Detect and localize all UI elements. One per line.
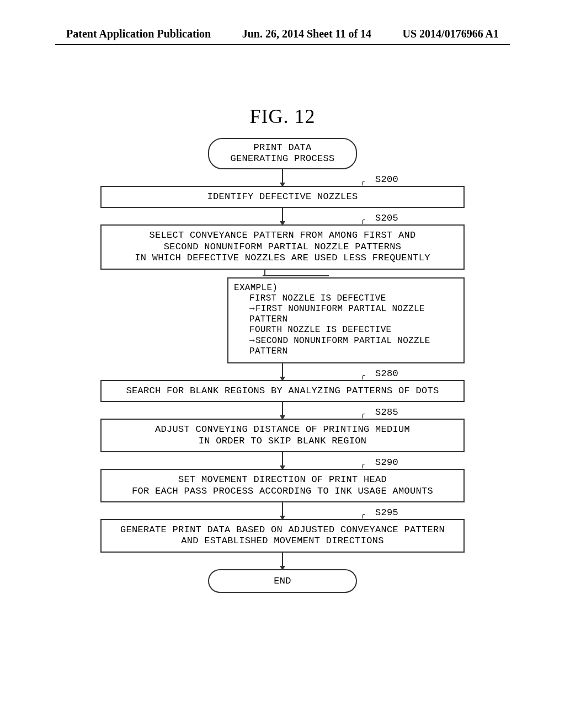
process-s295: GENERATE PRINT DATA BASED ON ADJUSTED CO… xyxy=(100,519,465,553)
step-ref-s295: S295 xyxy=(375,507,398,518)
terminator-start: PRINT DATAGENERATING PROCESS xyxy=(208,138,357,169)
arrow-row-s200: ╭ S200 xyxy=(100,169,465,186)
process-s200: IDENTIFY DEFECTIVE NOZZLES xyxy=(100,186,465,208)
ref-tick-icon: ╭ xyxy=(361,510,365,519)
arrow-down-icon xyxy=(282,553,283,569)
arrow-row-s295: ╭ S295 xyxy=(100,502,465,519)
process-s205: SELECT CONVEYANCE PATTERN FROM AMONG FIR… xyxy=(100,224,465,269)
callout-line-arrow: SECOND NONUNIFORM PARTIAL NOZZLE xyxy=(234,336,458,346)
callout-line: FOURTH NOZZLE IS DEFECTIVE xyxy=(234,325,458,335)
arrow-row-s285: ╭ S285 xyxy=(100,402,465,419)
process-s285: ADJUST CONVEYING DISTANCE OF PRINTING ME… xyxy=(100,419,465,452)
terminator-start-text: PRINT DATAGENERATING PROCESS xyxy=(230,142,334,164)
header-left: Patent Application Publication xyxy=(66,28,211,40)
ref-tick-icon: ╭ xyxy=(361,371,365,380)
ref-tick-icon: ╭ xyxy=(361,177,365,186)
process-text: SELECT CONVEYANCE PATTERN FROM AMONG FIR… xyxy=(135,230,430,263)
arrow-row-s290: ╭ S290 xyxy=(100,452,465,469)
header-rule xyxy=(55,44,510,45)
callout-text: SECOND NONUNIFORM PARTIAL NOZZLE xyxy=(255,336,430,346)
process-s280: SEARCH FOR BLANK REGIONS BY ANALYZING PA… xyxy=(100,380,465,402)
arrow-row-end xyxy=(100,553,465,569)
step-ref-s205: S205 xyxy=(375,213,398,223)
arrow-down-icon xyxy=(282,169,283,186)
arrow-down-icon xyxy=(282,452,283,469)
header-right: US 2014/0176966 A1 xyxy=(403,28,499,40)
figure-label: FIG. 12 xyxy=(0,105,565,128)
callout-line-arrow: FIRST NONUNIFORM PARTIAL NOZZLE xyxy=(234,304,458,314)
page-header: Patent Application Publication Jun. 26, … xyxy=(0,28,565,45)
step-ref-s280: S280 xyxy=(375,368,398,379)
terminator-end: END xyxy=(208,569,357,593)
arrow-row-s280: ╭ S280 xyxy=(100,363,465,380)
example-callout: EXAMPLE) FIRST NOZZLE IS DEFECTIVE FIRST… xyxy=(227,277,465,363)
ref-tick-icon: ╭ xyxy=(361,410,365,419)
arrow-down-icon xyxy=(282,363,283,380)
callout-text: FIRST NONUNIFORM PARTIAL NOZZLE xyxy=(255,304,425,314)
process-text: SEARCH FOR BLANK REGIONS BY ANALYZING PA… xyxy=(126,386,439,396)
callout-line: FIRST NOZZLE IS DEFECTIVE xyxy=(234,293,458,304)
step-ref-s290: S290 xyxy=(375,457,398,468)
leader-line-icon xyxy=(263,275,329,276)
callout-leader xyxy=(100,270,465,277)
arrow-down-icon xyxy=(282,402,283,419)
ref-tick-icon: ╭ xyxy=(361,216,365,224)
process-text: GENERATE PRINT DATA BASED ON ADJUSTED CO… xyxy=(120,524,445,546)
step-ref-s285: S285 xyxy=(375,407,398,417)
process-text: SET MOVEMENT DIRECTION OF PRINT HEADFOR … xyxy=(132,474,433,496)
callout-title: EXAMPLE) xyxy=(234,283,458,293)
ref-tick-icon: ╭ xyxy=(361,460,365,469)
arrow-row-s205: ╭ S205 xyxy=(100,208,465,224)
process-s290: SET MOVEMENT DIRECTION OF PRINT HEADFOR … xyxy=(100,469,465,502)
callout-line: PATTERN xyxy=(234,346,458,357)
process-text: ADJUST CONVEYING DISTANCE OF PRINTING ME… xyxy=(155,424,410,446)
flowchart: PRINT DATAGENERATING PROCESS ╭ S200 IDEN… xyxy=(100,138,465,593)
header-center: Jun. 26, 2014 Sheet 11 of 14 xyxy=(242,28,371,40)
terminator-end-text: END xyxy=(274,576,291,586)
step-ref-s200: S200 xyxy=(375,174,398,185)
callout-line: PATTERN xyxy=(234,314,458,325)
arrow-down-icon xyxy=(282,502,283,519)
process-text: IDENTIFY DEFECTIVE NOZZLES xyxy=(207,191,358,202)
patent-page: Patent Application Publication Jun. 26, … xyxy=(0,0,565,728)
arrow-down-icon xyxy=(282,208,283,224)
